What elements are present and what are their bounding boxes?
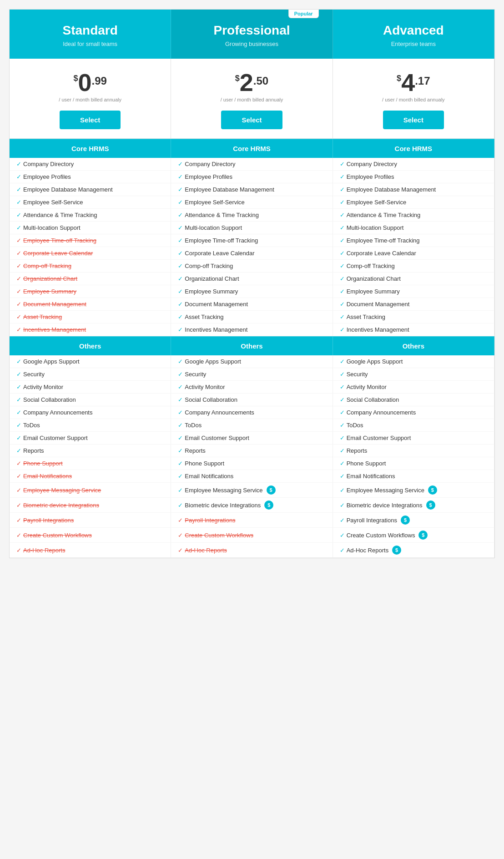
plan-price-standard: $ 0 .99 / user / month billed annualy Se… <box>10 59 171 139</box>
feature-label: Phone Support <box>185 460 224 467</box>
section-header-core-hrms-professional: Core HRMS <box>171 139 333 158</box>
feature-label: Reports <box>347 447 368 454</box>
check-icon: ✓ <box>340 326 345 333</box>
feature-company-directory-standard: ✓Company Directory <box>10 158 171 171</box>
feature-label: Google Apps Support <box>347 358 403 365</box>
check-icon: ✓ <box>16 473 21 480</box>
feature-label: Security <box>185 371 206 378</box>
check-icon: ✓ <box>178 326 183 333</box>
check-icon: ✓ <box>16 460 21 467</box>
feature-label: Biometric device Integrations <box>347 502 423 509</box>
check-icon: ✓ <box>340 301 345 308</box>
feature-activity-monitor-professional: ✓Activity Monitor <box>171 381 333 394</box>
feature-label: Social Collaboration <box>185 396 237 403</box>
feature-label: Reports <box>185 447 206 454</box>
check-icon: ✓ <box>16 326 21 333</box>
feature-google-apps-support-professional: ✓Google Apps Support <box>171 355 333 368</box>
feature-multi-location-support-professional: ✓Multi-location Support <box>171 222 333 234</box>
check-icon: ✓ <box>178 447 183 454</box>
feature-label: Multi-location Support <box>185 224 242 231</box>
feature-label: Social Collaboration <box>347 396 399 403</box>
feature-employee-time-off-tracking-professional: ✓Employee Time-off Tracking <box>171 234 333 247</box>
price-dollar-professional: $ <box>235 74 240 83</box>
addon-badge: $ <box>428 485 437 495</box>
price-decimal-advanced: .17 <box>415 75 430 87</box>
feature-employee-database-management-professional: ✓Employee Database Management <box>171 183 333 196</box>
check-icon: ✓ <box>340 435 345 441</box>
feature-label: Employee Database Management <box>347 186 436 193</box>
check-icon: ✓ <box>340 275 345 282</box>
feature-company-directory-advanced: ✓Company Directory <box>333 158 494 171</box>
feature-label: Asset Tracking <box>23 313 62 320</box>
feature-label: Company Directory <box>347 161 397 167</box>
check-icon: ✓ <box>16 237 21 244</box>
check-icon: ✓ <box>16 161 21 167</box>
feature-comp-off-tracking-advanced: ✓Comp-off Tracking <box>333 260 494 273</box>
check-icon: ✓ <box>340 473 345 480</box>
price-billing-standard: / user / month billed annualy <box>14 97 166 102</box>
feature-label: Employee Profiles <box>185 173 232 180</box>
select-button-professional[interactable]: Select <box>221 111 282 129</box>
feature-payroll-integrations-standard: ✓Payroll Integrations <box>10 513 171 528</box>
feature-label: Employee Profiles <box>347 173 394 180</box>
feature-label: Incentives Management <box>23 326 86 333</box>
feature-label: Organizational Chart <box>23 275 77 282</box>
check-icon: ✓ <box>16 447 21 454</box>
check-icon: ✓ <box>16 212 21 218</box>
feature-employee-summary-advanced: ✓Employee Summary <box>333 285 494 298</box>
feature-label: Employee Messaging Service <box>347 487 424 494</box>
feature-corporate-leave-calendar-standard: ✓Corporate Leave Calendar <box>10 247 171 260</box>
check-icon: ✓ <box>178 224 183 231</box>
check-icon: ✓ <box>178 502 183 509</box>
check-icon: ✓ <box>340 212 345 218</box>
feature-label: Corporate Leave Calendar <box>185 250 254 257</box>
feature-google-apps-support-standard: ✓Google Apps Support <box>10 355 171 368</box>
feature-label: Comp-off Tracking <box>23 263 71 269</box>
feature-label: Create Custom Workflows <box>347 532 415 539</box>
feature-email-notifications-advanced: ✓Email Notifications <box>333 470 494 483</box>
feature-employee-summary-standard: ✓Employee Summary <box>10 285 171 298</box>
addon-badge: $ <box>426 500 435 510</box>
feature-label: Activity Monitor <box>23 384 63 390</box>
check-icon: ✓ <box>340 250 345 257</box>
feature-label: Attendance & Time Tracking <box>185 212 259 218</box>
feature-organizational-chart-professional: ✓Organizational Chart <box>171 273 333 285</box>
feature-label: Payroll Integrations <box>23 517 74 524</box>
feature-corporate-leave-calendar-advanced: ✓Corporate Leave Calendar <box>333 247 494 260</box>
feature-comp-off-tracking-standard: ✓Comp-off Tracking <box>10 260 171 273</box>
feature-payroll-integrations-professional: ✓Payroll Integrations <box>171 513 333 528</box>
feature-attendance-&-time-tracking-professional: ✓Attendance & Time Tracking <box>171 209 333 222</box>
plan-price-advanced: $ 4 .17 / user / month billed annualy Se… <box>333 59 494 139</box>
feature-label: Phone Support <box>23 460 63 467</box>
check-icon: ✓ <box>340 517 345 524</box>
select-button-advanced[interactable]: Select <box>383 111 444 129</box>
check-icon: ✓ <box>340 532 345 539</box>
feature-social-collaboration-professional: ✓Social Collaboration <box>171 394 333 406</box>
price-dollar-standard: $ <box>73 74 78 83</box>
feature-label: Ad-Hoc Reports <box>23 547 65 554</box>
feature-todos-advanced: ✓ToDos <box>333 419 494 432</box>
feature-reports-professional: ✓Reports <box>171 445 333 457</box>
select-button-standard[interactable]: Select <box>60 111 121 129</box>
price-billing-professional: / user / month billed annualy <box>176 97 328 102</box>
feature-label: Activity Monitor <box>185 384 225 390</box>
feature-comp-off-tracking-professional: ✓Comp-off Tracking <box>171 260 333 273</box>
addon-badge: $ <box>267 485 276 495</box>
check-icon: ✓ <box>340 502 345 509</box>
feature-company-directory-professional: ✓Company Directory <box>171 158 333 171</box>
feature-label: Email Notifications <box>185 473 233 480</box>
plan-subtitle-professional: Growing businesses <box>178 40 325 47</box>
feature-attendance-&-time-tracking-standard: ✓Attendance & Time Tracking <box>10 209 171 222</box>
feature-label: Asset Tracking <box>185 313 223 320</box>
feature-employee-time-off-tracking-advanced: ✓Employee Time-off Tracking <box>333 234 494 247</box>
feature-employee-profiles-advanced: ✓Employee Profiles <box>333 171 494 183</box>
check-icon: ✓ <box>178 384 183 390</box>
check-icon: ✓ <box>178 358 183 365</box>
check-icon: ✓ <box>16 384 21 390</box>
check-icon: ✓ <box>16 371 21 378</box>
feature-google-apps-support-advanced: ✓Google Apps Support <box>333 355 494 368</box>
plan-price-professional: $ 2 .50 / user / month billed annualy Se… <box>171 59 333 139</box>
feature-label: Incentives Management <box>185 326 247 333</box>
check-icon: ✓ <box>340 288 345 295</box>
feature-todos-professional: ✓ToDos <box>171 419 333 432</box>
